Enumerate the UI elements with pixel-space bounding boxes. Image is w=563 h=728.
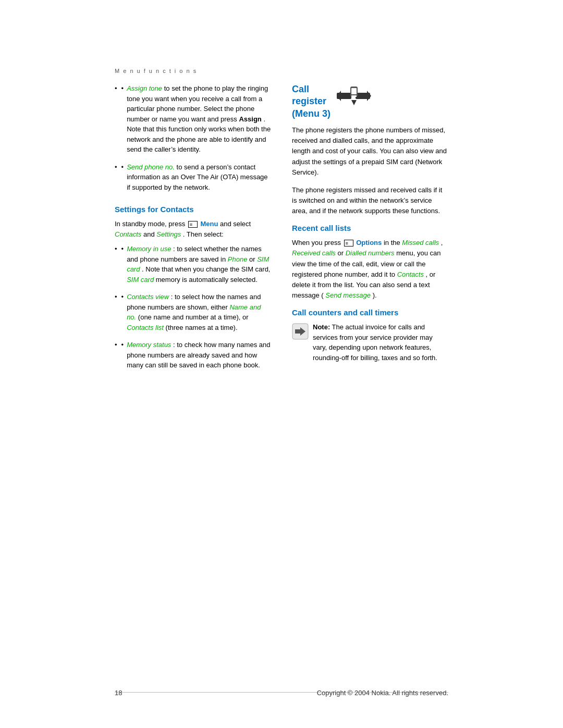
note-box: Note: The actual invoice for calls and s… (292, 322, 448, 363)
contacts-list-italic: Contacts list (127, 324, 164, 331)
phone-italic: Phone (228, 255, 248, 263)
bullet-contacts-view: • Contacts view : to select how the name… (115, 292, 271, 332)
contacts-italic-link: Contacts (397, 270, 424, 278)
bullet-memory-status: • Memory status : to check how many name… (115, 340, 271, 371)
memory-in-use-body2: . Note that when you change the SIM card… (142, 265, 270, 273)
left-column: • Assign tone to set the phone to play t… (115, 83, 271, 383)
right-column: Call register (Menu 3) (292, 83, 448, 383)
and-text: and (143, 230, 156, 238)
two-column-layout: • Assign tone to set the phone to play t… (115, 83, 448, 383)
options-menu-icon (344, 240, 353, 246)
recent-call-lists-title: Recent call lists (292, 224, 448, 232)
settings-standby-line: In standby mode, press Menu and select C… (115, 219, 271, 240)
send-phone-no-text: Send phone no. to send a person’s contac… (127, 162, 271, 193)
bullet-dot4: • (121, 292, 124, 302)
contacts-view-body2: (one name and number at a time), or (138, 313, 249, 321)
svg-marker-3 (367, 91, 371, 101)
intro-bullet-list: • Assign tone to set the phone to play t… (115, 83, 271, 192)
call-counters-title: Call counters and call timers (292, 308, 448, 317)
svg-marker-7 (351, 100, 357, 105)
memory-in-use-body3: memory is automatically selected. (156, 276, 258, 283)
bullet-dot3: • (121, 244, 124, 254)
svg-rect-6 (351, 95, 357, 97)
settings-bullet-list: • Memory in use : to select whether the … (115, 244, 271, 371)
contacts-view-body3: (three names at a time). (166, 324, 238, 331)
note-bold-label: Note: (313, 323, 330, 331)
contacts-view-label: Contacts view (127, 293, 169, 301)
menu-icon (188, 221, 198, 228)
call-register-header: Call register (Menu 3) (292, 83, 448, 120)
bullet-dot5: • (121, 340, 124, 350)
settings-contacts-title: Settings for Contacts (115, 205, 271, 214)
note-text-content: Note: The actual invoice for calls and s… (313, 322, 448, 363)
page: M e n u f u n c t i o n s • Assign tone … (0, 0, 563, 728)
section-header-label: M e n u f u n c t i o n s (115, 68, 197, 74)
or-text: or (249, 255, 257, 263)
memory-status-label: Memory status (127, 341, 171, 349)
assign-tone-label: Assign tone (127, 84, 162, 92)
contacts-view-text: Contacts view : to select how the names … (127, 292, 271, 332)
note-body: The actual invoice for calls and service… (313, 323, 437, 362)
memory-in-use-label: Memory in use (127, 245, 171, 253)
menu-label: Menu (200, 220, 218, 228)
missed-calls-italic: Missed calls (402, 239, 439, 246)
bullet-dot2: • (121, 162, 124, 172)
bullet-memory-in-use: • Memory in use : to select whether the … (115, 244, 271, 285)
then-select: . Then select: (183, 230, 224, 238)
svg-rect-5 (351, 88, 357, 94)
call-register-body2: The phone registers missed and received … (292, 185, 448, 216)
svg-marker-1 (337, 91, 341, 101)
bullet-dot: • (121, 83, 124, 94)
footer: 18 Copyright © 2004 Nokia. All rights re… (0, 689, 563, 697)
page-number: 18 (115, 689, 122, 697)
call-register-icon (336, 83, 372, 109)
options-label: Options (356, 239, 382, 246)
dialled-numbers-italic: Dialled numbers (346, 249, 395, 257)
standby-text: In standby mode, press (115, 220, 187, 228)
recent-or: or (337, 249, 345, 257)
note-icon (292, 323, 309, 340)
call-register-body1: The phone registers the phone numbers of… (292, 125, 448, 178)
recent-call-lists-body: When you press Options in the Missed cal… (292, 238, 448, 301)
send-message-italic: Send message (325, 291, 371, 299)
call-register-title: Call register (Menu 3) (292, 83, 331, 120)
settings-link: Settings (156, 230, 181, 238)
recent-intro: When you press (292, 239, 343, 246)
contacts-link: Contacts (115, 230, 141, 238)
recent-text4: ). (373, 291, 377, 299)
sim-italic2: SIM card (127, 276, 154, 283)
bullet-assign-tone: • Assign tone to set the phone to play t… (115, 83, 271, 155)
bullet-send-phone-no: • Send phone no. to send a person’s cont… (115, 162, 271, 193)
recent-text1: in the (384, 239, 402, 246)
memory-in-use-text: Memory in use : to select whether the na… (127, 244, 271, 285)
memory-status-text: Memory status : to check how many names … (127, 340, 271, 371)
recent-comma1: , (441, 239, 443, 246)
copyright-text: Copyright © 2004 Nokia. All rights reser… (317, 689, 448, 697)
assign-bold: Assign (239, 115, 261, 123)
send-phone-no-label: Send phone no. (127, 163, 175, 171)
assign-tone-text: Assign tone to set the phone to play the… (127, 83, 271, 155)
received-calls-italic: Received calls (292, 249, 336, 257)
and-select: and select (220, 220, 251, 228)
